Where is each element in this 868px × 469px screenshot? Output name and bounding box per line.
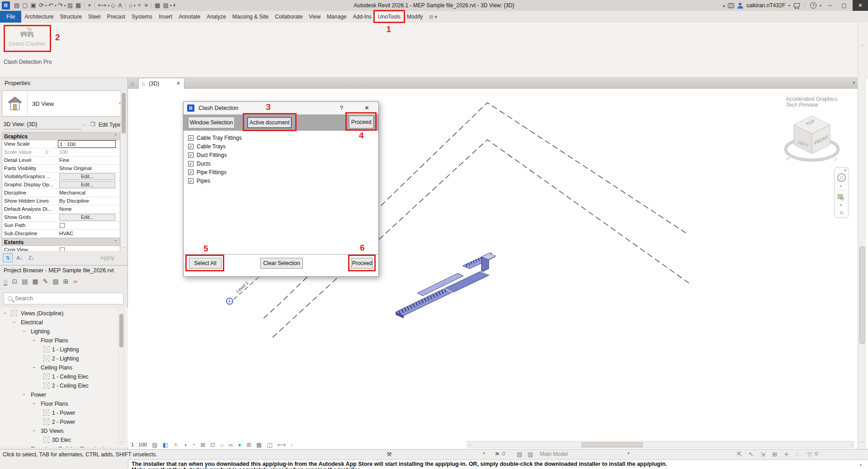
category-checkbox[interactable] (188, 178, 193, 184)
scroll-down-icon[interactable]: ⌄ (861, 439, 864, 443)
select-all-button[interactable]: Select All (189, 258, 222, 269)
displaced-elements-icon[interactable]: ◫ (267, 441, 272, 448)
close-navbar-icon[interactable]: ⊗ (844, 168, 847, 172)
category-checkbox[interactable] (188, 144, 193, 149)
category-row[interactable]: Ducts (188, 159, 211, 168)
collapse-icon[interactable] (33, 365, 35, 370)
collapse-icon[interactable] (33, 337, 35, 343)
maximize-button[interactable]: ▢ (839, 2, 849, 9)
tree-item-views-discipline[interactable]: Views (Discipline) (0, 309, 116, 318)
worksets-icon[interactable]: ⚒ (387, 451, 392, 458)
scroll-thumb[interactable] (581, 442, 643, 447)
scroll-down-icon[interactable]: ⌄ (120, 439, 123, 443)
undo-dropdown-icon[interactable]: ▾ (55, 4, 57, 8)
sort-az-icon[interactable]: A↓ (14, 253, 24, 262)
browser-scrollbar[interactable]: ⌄ (118, 309, 124, 445)
tab-systems[interactable]: Systems (128, 11, 156, 23)
sync-dropdown-icon[interactable]: ▾ (45, 4, 47, 8)
locked-3d-icon[interactable]: ⌂ (220, 441, 224, 448)
collapse-navbar-icon[interactable]: ⊖ (840, 210, 843, 215)
select-pinned-icon[interactable]: ⇲ (760, 451, 765, 458)
category-row[interactable]: Cable Trays (188, 142, 226, 151)
tab-manage[interactable]: Manage (324, 11, 349, 23)
scroll-right-icon[interactable]: › (850, 443, 852, 447)
category-checkbox[interactable] (188, 161, 193, 166)
active-document-button[interactable]: Active document (247, 117, 292, 128)
reveal-hidden-icon[interactable]: ∞ (229, 441, 233, 448)
tab-modify[interactable]: Modify (404, 11, 426, 23)
measure-icon[interactable]: ⟷ (277, 441, 286, 448)
show-grids-edit-button[interactable]: Edit... (59, 214, 115, 221)
collapse-icon[interactable] (33, 428, 35, 433)
minimize-button[interactable]: ─ (825, 2, 835, 9)
tab-view[interactable]: View (306, 11, 324, 23)
tab-structure[interactable]: Structure (57, 11, 85, 23)
app-store-cart-icon[interactable] (793, 3, 800, 8)
scroll-down-icon[interactable]: ▾ (859, 463, 862, 467)
save-icon[interactable]: ▣ (31, 0, 36, 11)
crop-view-icon[interactable]: ⊠ (200, 441, 205, 448)
detect-clashes-button[interactable]: Detect Clashes (6, 26, 48, 52)
ribbon-display-toggle-icon[interactable]: ⊟ ▾ (426, 11, 440, 23)
dialog-help-button[interactable]: ? (340, 104, 343, 111)
default-analysis-value[interactable]: None (59, 206, 72, 212)
edit-type-button[interactable]: Edit Type (99, 122, 121, 128)
user-name[interactable]: saikiran.nT432F (746, 2, 785, 9)
home-icon[interactable]: ⌂ (131, 80, 134, 87)
tree-item-2-power[interactable]: 2 - Power (0, 417, 116, 426)
tree-item-power[interactable]: Power (0, 390, 116, 399)
switch-windows-dropdown-icon[interactable]: ▾ (170, 4, 172, 8)
browser-link-icon[interactable]: ∞ (73, 278, 77, 285)
render-icon[interactable]: ◔ (192, 441, 195, 448)
instance-dropdown-icon[interactable]: ⌄ (83, 122, 86, 127)
visual-style-icon[interactable]: ◧ (162, 441, 168, 448)
navigation-bar[interactable]: ⊗ ▾ ▾ ⊖ (834, 167, 849, 218)
customize-qat-icon[interactable]: ▾̄ (173, 0, 175, 11)
insert-sheet-icon[interactable]: ▦ (75, 0, 81, 11)
tree-item-floor-plans-power[interactable]: Floor Plans (0, 399, 116, 408)
tree-item-1-power[interactable]: 1 - Power (0, 408, 116, 417)
thin-lines-icon[interactable]: ≡ (145, 0, 148, 11)
close-button[interactable]: ✕ (853, 0, 868, 11)
filter-icon[interactable]: ▽ (807, 451, 812, 458)
zoom-dropdown-icon[interactable]: ▾ (840, 203, 842, 207)
select-links-icon[interactable]: ⇱ (737, 451, 742, 458)
collapse-icon[interactable] (4, 310, 6, 316)
tab-add-ins[interactable]: Add-Ins (349, 11, 374, 23)
crop-view-checkbox[interactable] (60, 247, 65, 251)
print-icon[interactable]: ▥ (67, 0, 73, 11)
collapse-icon[interactable] (23, 328, 25, 334)
browser-legends-icon[interactable]: ⊞ (63, 278, 69, 285)
category-checkbox[interactable] (188, 152, 193, 158)
user-dropdown-icon[interactable]: ▾ (788, 4, 790, 8)
tree-item-ceiling-plans[interactable]: Ceiling Plans (0, 363, 116, 372)
view-tab-3d[interactable]: ⌂ (3D) ✕ (138, 78, 184, 89)
browser-home-icon[interactable]: ⌂ (4, 277, 7, 285)
section-icon[interactable]: ✧ (137, 0, 142, 11)
instance-selector[interactable]: 3D View: {3D} (4, 121, 81, 129)
dimension-dropdown-icon[interactable]: ▾ (108, 4, 109, 8)
sun-settings-icon[interactable]: ☀ (173, 441, 179, 448)
dialog-close-button[interactable]: ✕ (364, 104, 369, 111)
tab-massing-site[interactable]: Massing & Site (229, 11, 272, 23)
tab-precast[interactable]: Precast (104, 11, 128, 23)
properties-scrollbar[interactable]: ⌄ (120, 90, 127, 251)
reveal-constraints-icon[interactable]: ⊞ (246, 441, 251, 448)
category-checkbox[interactable] (188, 170, 193, 175)
sun-path-checkbox[interactable] (60, 223, 65, 228)
tab-annotate[interactable]: Annotate (175, 11, 203, 23)
discipline-value[interactable]: Mechanical (59, 190, 85, 195)
graphic-display-edit-button[interactable]: Edit... (59, 181, 115, 188)
default-3d-view-icon[interactable]: ⌂ (129, 0, 132, 11)
category-checkbox[interactable] (188, 135, 193, 141)
view-scale-control[interactable]: 1 : 100 (131, 442, 147, 447)
browser-schedule-icon[interactable]: ▦ (32, 278, 38, 285)
browser-sheets-icon[interactable]: ▧ (52, 278, 58, 285)
help-dropdown-icon[interactable]: ▾ (820, 4, 821, 8)
text-icon[interactable]: A (118, 0, 122, 11)
detail-level-icon[interactable]: ▨ (152, 441, 157, 448)
sort-za-icon[interactable]: Z↓ (26, 253, 36, 262)
scroll-left-icon[interactable]: ‹ (469, 443, 471, 447)
scroll-down-icon[interactable]: ⌄ (122, 245, 126, 249)
category-row[interactable]: Duct Fittings (188, 151, 227, 159)
